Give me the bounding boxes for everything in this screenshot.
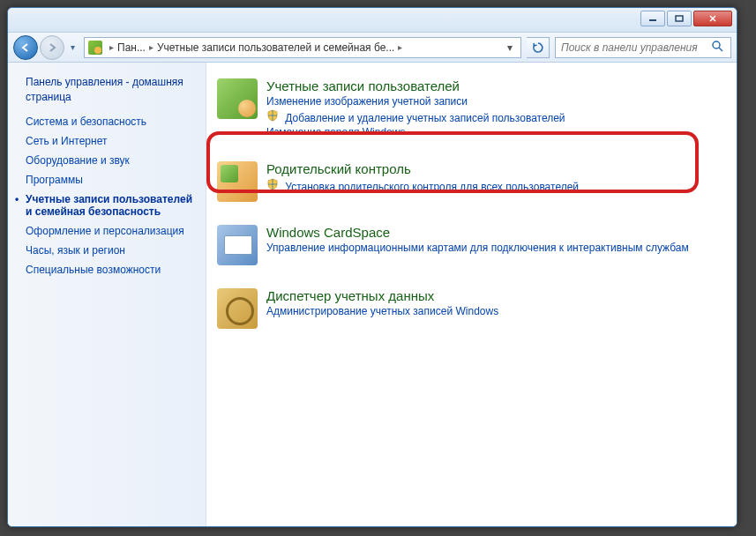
sidebar-item-appearance[interactable]: Оформление и персонализация	[26, 225, 198, 237]
link-add-remove-accounts[interactable]: Добавление и удаление учетных записей по…	[285, 112, 565, 124]
chevron-right-icon: ▸	[398, 42, 402, 52]
titlebar	[8, 8, 737, 33]
minimize-button[interactable]	[640, 11, 665, 26]
search-icon	[711, 40, 725, 55]
address-dropdown[interactable]: ▾	[501, 38, 517, 57]
svg-rect-1	[676, 16, 683, 21]
highlight-whiteout	[210, 131, 701, 154]
sidebar-item-system[interactable]: Система и безопасность	[26, 115, 198, 128]
parental-icon	[217, 161, 258, 202]
search-input[interactable]	[561, 41, 711, 54]
sidebar-item-hardware[interactable]: Оборудование и звук	[26, 154, 198, 167]
breadcrumb-segment[interactable]: Пан...	[117, 41, 146, 54]
credential-icon	[217, 288, 258, 329]
sidebar-item-network[interactable]: Сеть и Интернет	[26, 135, 198, 147]
sidebar-item-ease[interactable]: Специальные возможности	[26, 264, 198, 276]
category-title-parental[interactable]: Родительский контроль	[266, 161, 714, 176]
forward-button[interactable]	[40, 35, 64, 60]
breadcrumb-segment[interactable]: Учетные записи пользователей и семейная …	[157, 41, 394, 54]
recent-pages-dropdown[interactable]: ▾	[66, 39, 79, 56]
link-setup-parental[interactable]: Установка родительского контроля для все…	[285, 181, 579, 193]
refresh-button[interactable]	[527, 37, 550, 58]
category-cardspace: Windows CardSpace Управление информацион…	[212, 221, 719, 269]
chevron-right-icon: ▸	[149, 42, 153, 52]
svg-point-2	[713, 41, 720, 48]
sidebar-item-programs[interactable]: Программы	[26, 174, 198, 186]
shield-icon	[266, 109, 279, 122]
window-frame: ▾ ▸ Пан... ▸ Учетные записи пользователе…	[7, 7, 737, 527]
link-manage-cards[interactable]: Управление информационными картами для п…	[266, 242, 689, 254]
chevron-right-icon: ▸	[109, 42, 114, 52]
sidebar-item-user-accounts[interactable]: Учетные записи пользователей и семейная …	[26, 193, 198, 218]
address-bar[interactable]: ▸ Пан... ▸ Учетные записи пользователей …	[84, 37, 521, 58]
maximize-button[interactable]	[667, 11, 692, 26]
category-title-users[interactable]: Учетные записи пользователей	[266, 78, 714, 93]
search-box[interactable]	[555, 37, 731, 58]
main-panel: Учетные записи пользователей Изменение и…	[206, 63, 737, 526]
svg-rect-0	[649, 19, 656, 21]
category-title-cardspace[interactable]: Windows CardSpace	[266, 225, 714, 240]
content-area: Панель управления - домашняя страница Си…	[8, 63, 737, 526]
shield-icon	[266, 178, 279, 190]
category-credential: Диспетчер учетных данных Администрирован…	[212, 285, 719, 332]
link-manage-credentials[interactable]: Администрирование учетных записей Window…	[266, 305, 498, 317]
category-parental: Родительский контроль Установка родитель…	[212, 158, 719, 205]
cardspace-icon	[217, 225, 258, 265]
sidebar-home-link[interactable]: Панель управления - домашняя страница	[26, 75, 198, 105]
close-button[interactable]	[693, 11, 732, 26]
link-change-picture[interactable]: Изменение изображения учетной записи	[266, 95, 468, 108]
navbar: ▾ ▸ Пан... ▸ Учетные записи пользователе…	[8, 33, 737, 63]
sidebar: Панель управления - домашняя страница Си…	[8, 63, 206, 526]
sidebar-item-clock[interactable]: Часы, язык и регион	[26, 244, 198, 257]
control-panel-icon	[88, 41, 102, 55]
category-user-accounts: Учетные записи пользователей Изменение и…	[212, 75, 719, 142]
category-title-credential[interactable]: Диспетчер учетных данных	[266, 288, 714, 303]
back-button[interactable]	[13, 35, 38, 60]
users-icon	[217, 78, 258, 119]
svg-line-3	[719, 48, 722, 51]
